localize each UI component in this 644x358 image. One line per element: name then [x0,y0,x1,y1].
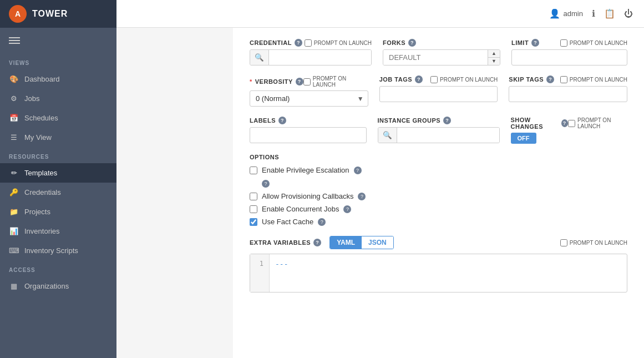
docs-icon: 📋 [604,8,615,19]
provisioning-callbacks-checkbox[interactable] [250,193,257,200]
credential-prompt-label[interactable]: PROMPT ON LAUNCH [305,39,372,47]
job-tags-prompt-checkbox[interactable] [430,76,438,83]
forks-up-button[interactable]: ▲ [488,50,500,58]
jobs-icon: ⚙ [9,94,19,103]
sidebar-item-organizations[interactable]: ▦ Organizations [0,276,116,296]
privilege-escalation-checkbox[interactable] [250,167,257,174]
instance-groups-group: INSTANCE GROUPS ? 🔍 [378,117,500,143]
skip-tags-help-icon[interactable]: ? [546,75,554,83]
fact-cache-help-icon[interactable]: ? [318,218,326,226]
instance-groups-search-button[interactable]: 🔍 [378,128,397,143]
schedules-icon: 📅 [9,114,19,122]
skip-tags-label: SKIP TAGS ? [509,75,554,83]
forks-input[interactable] [383,50,488,65]
show-changes-prompt-checkbox[interactable] [568,120,575,127]
option-fact-cache: Use Fact Cache ? [250,218,627,226]
show-changes-help-icon[interactable]: ? [561,119,568,127]
show-changes-toggle[interactable]: OFF [511,133,536,144]
limit-input[interactable] [511,49,627,65]
sidebar-label-inventories: Inventories [24,227,60,235]
privilege-escalation-help-icon[interactable]: ? [354,167,362,174]
forks-down-button[interactable]: ▼ [488,58,500,65]
sidebar-item-inventory-scripts[interactable]: ⌨ Inventory Scripts [0,241,116,260]
sidebar-header: A TOWER [0,0,116,28]
tower-logo: A [9,5,27,23]
job-tags-help-icon[interactable]: ? [415,75,423,83]
json-tab[interactable]: JSON [362,236,393,249]
sidebar-item-schedules[interactable]: 📅 Schedules [0,108,116,128]
limit-prompt-label[interactable]: PROMPT ON LAUNCH [560,39,627,47]
extra-variables-prompt-label[interactable]: PROMPT ON LAUNCH [560,239,627,246]
line-numbers: 1 [250,254,270,292]
limit-label: LIMIT ? [511,39,539,47]
show-changes-group: SHOW CHANGES ? PROMPT ON LAUNCH OFF [511,117,628,144]
option-provisioning-callbacks: Allow Provisioning Callbacks ? [250,192,627,200]
sidebar-item-dashboard[interactable]: 🎨 Dashboard [0,69,116,89]
option-concurrent-jobs: Enable Concurrent Jobs ? [250,205,627,213]
privilege-escalation-sub-help-icon[interactable]: ? [262,180,270,188]
power-button[interactable]: ⏻ [624,9,633,19]
credential-search-button[interactable]: 🔍 [250,50,269,65]
sidebar-item-jobs[interactable]: ⚙ Jobs [0,89,116,108]
instance-groups-help-icon[interactable]: ? [443,117,451,124]
sidebar-label-credentials: Credentials [24,188,61,196]
inventory-scripts-icon: ⌨ [9,246,19,255]
instance-groups-label: INSTANCE GROUPS ? [378,117,500,124]
limit-prompt-checkbox[interactable] [560,39,567,47]
concurrent-jobs-help-icon[interactable]: ? [343,205,351,213]
job-tags-input[interactable] [379,86,498,102]
docs-button[interactable]: 📋 [604,8,615,19]
show-changes-prompt-label[interactable]: PROMPT ON LAUNCH [568,117,627,129]
verbosity-help-icon[interactable]: ? [296,78,303,85]
verbosity-prompt-checkbox[interactable] [303,78,311,85]
sidebar-label-projects: Projects [24,208,50,216]
limit-help-icon[interactable]: ? [531,39,539,47]
fact-cache-label: Use Fact Cache [262,218,313,226]
dashboard-icon: 🎨 [9,75,19,83]
skip-tags-prompt-label[interactable]: PROMPT ON LAUNCH [560,76,627,83]
labels-input[interactable] [250,127,367,143]
sidebar-item-credentials[interactable]: 🔑 Credentials [0,183,116,202]
yaml-json-toggle: YAML JSON [329,236,394,249]
yaml-tab[interactable]: YAML [330,236,362,249]
verbosity-prompt-label[interactable]: PROMPT ON LAUNCH [303,75,368,88]
views-section-label: VIEWS [0,53,116,69]
skip-tags-input[interactable] [509,86,627,102]
labels-label: LABELS ? [250,117,367,124]
options-section: OPTIONS Enable Privilege Escalation ? ? … [250,154,627,226]
verbosity-select[interactable]: 0 (Normal) 1 (Verbose) 2 (More Verbose) … [250,90,368,107]
extra-variables-editor[interactable]: 1 --- [250,254,627,293]
options-label: OPTIONS [250,154,627,160]
provisioning-callbacks-help-icon[interactable]: ? [358,193,366,200]
extra-variables-help-icon[interactable]: ? [313,239,321,246]
sidebar-item-projects[interactable]: 📁 Projects [0,202,116,221]
verbosity-label: * VERBOSITY ? [250,78,303,85]
forks-label: FORKS ? [383,39,500,47]
sidebar-item-templates[interactable]: ✏ Templates [0,163,116,183]
concurrent-jobs-checkbox[interactable] [250,205,257,213]
hamburger-button[interactable] [0,28,116,53]
credential-group: CREDENTIAL ? PROMPT ON LAUNCH 🔍 [250,39,372,65]
sidebar-label-my-view: My View [24,133,52,142]
labels-help-icon[interactable]: ? [278,117,286,124]
power-icon: ⏻ [624,9,633,19]
forks-group: FORKS ? ▲ ▼ [383,39,500,65]
credential-input[interactable] [269,50,371,65]
info-button[interactable]: ℹ [592,8,595,19]
instance-groups-input[interactable] [397,128,499,143]
job-tags-prompt-label[interactable]: PROMPT ON LAUNCH [430,76,498,83]
user-menu[interactable]: 👤 admin [549,8,583,19]
info-icon: ℹ [592,8,595,19]
sidebar-item-my-view[interactable]: ☰ My View [0,128,116,147]
my-view-icon: ☰ [9,133,19,142]
sidebar-label-dashboard: Dashboard [24,75,60,83]
app-name: TOWER [32,9,68,19]
credential-help-icon[interactable]: ? [295,39,302,47]
fact-cache-checkbox[interactable] [250,218,257,226]
extra-variables-prompt-checkbox[interactable] [560,239,567,246]
code-content[interactable]: --- [270,254,293,292]
forks-help-icon[interactable]: ? [408,39,416,47]
credential-prompt-checkbox[interactable] [305,39,312,47]
sidebar-item-inventories[interactable]: 📊 Inventories [0,221,116,241]
skip-tags-prompt-checkbox[interactable] [560,76,567,83]
